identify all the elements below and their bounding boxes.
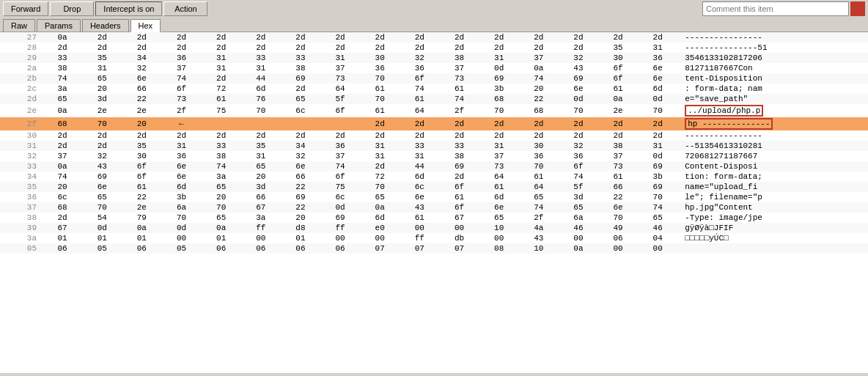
- hex-cell[interactable]: 22: [122, 94, 161, 104]
- hex-cell[interactable]: 6e: [559, 84, 598, 94]
- hex-cell[interactable]: 2d: [43, 213, 82, 223]
- hex-cell[interactable]: 72: [360, 172, 400, 182]
- hex-cell[interactable]: 54: [82, 213, 122, 223]
- forward-button[interactable]: Forward: [3, 1, 48, 16]
- hex-cell[interactable]: 2d: [82, 141, 122, 151]
- hex-cell[interactable]: 37: [320, 63, 360, 73]
- hex-cell[interactable]: 66: [281, 172, 320, 182]
- hex-cell[interactable]: 61: [360, 84, 400, 94]
- hex-cell[interactable]: 00: [439, 223, 479, 233]
- hex-cell[interactable]: 70: [161, 213, 201, 223]
- hex-cell[interactable]: 33: [43, 53, 82, 63]
- hex-cell[interactable]: 36: [161, 151, 201, 161]
- hex-cell[interactable]: 44: [241, 73, 281, 84]
- tab-headers[interactable]: Headers: [82, 19, 129, 32]
- hex-cell[interactable]: 74: [400, 84, 439, 94]
- hex-cell[interactable]: 35: [122, 141, 161, 151]
- hex-cell[interactable]: 0a: [43, 161, 82, 172]
- hex-cell[interactable]: 3a: [43, 84, 82, 94]
- hex-cell[interactable]: 69: [281, 192, 320, 202]
- hex-cell[interactable]: 5f: [559, 182, 598, 192]
- hex-cell[interactable]: 72: [202, 84, 241, 94]
- hex-cell[interactable]: 75: [320, 182, 360, 192]
- hex-cell[interactable]: 3a: [241, 213, 281, 223]
- hex-cell[interactable]: 30: [598, 53, 638, 63]
- hex-cell[interactable]: 31: [202, 53, 241, 63]
- hex-cell[interactable]: 37: [598, 151, 638, 161]
- hex-cell[interactable]: 6e: [400, 192, 439, 202]
- hex-cell[interactable]: 69: [82, 172, 122, 182]
- hex-cell[interactable]: 73: [161, 94, 201, 104]
- hex-cell[interactable]: 74: [320, 161, 360, 172]
- hex-cell[interactable]: 10: [519, 243, 559, 254]
- hex-cell[interactable]: 69: [479, 73, 519, 84]
- hex-cell[interactable]: 70: [559, 104, 598, 117]
- hex-cell[interactable]: 66: [241, 192, 281, 202]
- hex-cell[interactable]: ff: [320, 223, 360, 233]
- hex-cell[interactable]: 69: [638, 161, 677, 172]
- hex-cell[interactable]: 70: [202, 202, 241, 213]
- hex-cell[interactable]: 2d: [439, 130, 479, 141]
- hex-cell[interactable]: 65: [559, 202, 598, 213]
- hex-cell[interactable]: 74: [202, 161, 241, 172]
- hex-cell[interactable]: 34: [281, 141, 320, 151]
- hex-cell[interactable]: 2f: [439, 104, 479, 117]
- hex-cell[interactable]: 67: [43, 223, 82, 233]
- hex-cell[interactable]: 49: [598, 223, 638, 233]
- hex-cell[interactable]: 70: [360, 73, 400, 84]
- hex-cell[interactable]: 65: [519, 192, 559, 202]
- hex-cell[interactable]: 67: [439, 213, 479, 223]
- hex-cell[interactable]: 74: [43, 73, 82, 84]
- hex-cell[interactable]: 01: [122, 233, 161, 243]
- hex-cell[interactable]: 0d: [161, 223, 201, 233]
- hex-cell[interactable]: 0a: [598, 94, 638, 104]
- hex-cell[interactable]: 65: [82, 192, 122, 202]
- hex-cell[interactable]: 33: [281, 53, 320, 63]
- hex-cell[interactable]: 2d: [360, 130, 400, 141]
- hex-cell[interactable]: 2d: [43, 130, 82, 141]
- comment-arrow-button[interactable]: [850, 1, 865, 16]
- hex-cell[interactable]: 0a: [122, 223, 161, 233]
- hex-cell[interactable]: 61: [400, 213, 439, 223]
- hex-cell[interactable]: 70: [241, 104, 281, 117]
- hex-cell[interactable]: 6d: [360, 213, 400, 223]
- hex-cell[interactable]: 6e: [598, 202, 638, 213]
- hex-cell[interactable]: 61: [598, 84, 638, 94]
- hex-cell[interactable]: 3b: [479, 84, 519, 94]
- hex-cell[interactable]: [281, 117, 320, 130]
- hex-cell[interactable]: 32: [281, 151, 320, 161]
- hex-cell[interactable]: 38: [598, 141, 638, 151]
- hex-cell[interactable]: 36: [559, 151, 598, 161]
- hex-cell[interactable]: 43: [82, 161, 122, 172]
- hex-cell[interactable]: 2d: [43, 141, 82, 151]
- hex-cell[interactable]: d8: [281, 223, 320, 233]
- hex-cell[interactable]: 2d: [320, 43, 360, 53]
- hex-cell[interactable]: 2d: [202, 43, 241, 53]
- hex-cell[interactable]: 31: [360, 151, 400, 161]
- hex-cell[interactable]: 31: [82, 63, 122, 73]
- hex-cell[interactable]: 37: [320, 151, 360, 161]
- hex-cell[interactable]: 2d: [202, 73, 241, 84]
- hex-cell[interactable]: 2d: [241, 32, 281, 43]
- hex-cell[interactable]: 68: [519, 104, 559, 117]
- hex-cell[interactable]: 2f: [161, 104, 201, 117]
- hex-cell[interactable]: 2d: [281, 43, 320, 53]
- hex-cell[interactable]: 2d: [519, 117, 559, 130]
- hex-cell[interactable]: 69: [439, 161, 479, 172]
- hex-cell[interactable]: 20: [122, 117, 161, 130]
- hex-cell[interactable]: 6e: [161, 172, 201, 182]
- hex-cell[interactable]: 6e: [479, 202, 519, 213]
- hex-cell[interactable]: 64: [479, 172, 519, 182]
- hex-cell[interactable]: 61: [598, 172, 638, 182]
- hex-cell[interactable]: 0a: [43, 104, 82, 117]
- hex-cell[interactable]: 74: [43, 172, 82, 182]
- hex-cell[interactable]: 6f: [598, 73, 638, 84]
- hex-cell[interactable]: 74: [638, 202, 677, 213]
- hex-cell[interactable]: 2d: [400, 130, 439, 141]
- drop-button[interactable]: Drop: [50, 1, 94, 16]
- hex-cell[interactable]: 6c: [400, 182, 439, 192]
- hex-cell[interactable]: 2d: [439, 172, 479, 182]
- hex-cell[interactable]: 64: [400, 104, 439, 117]
- hex-cell[interactable]: 33: [400, 141, 439, 151]
- hex-cell[interactable]: 70: [82, 202, 122, 213]
